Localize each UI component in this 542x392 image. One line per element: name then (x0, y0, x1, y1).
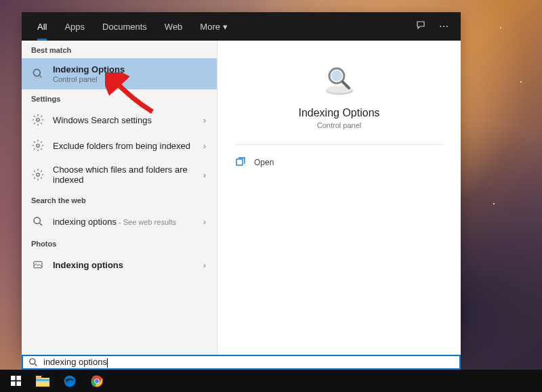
more-options-icon[interactable]: ⋯ (439, 21, 449, 32)
section-search-web: Search the web (22, 191, 217, 209)
result-title: indexing options - See web results (53, 217, 195, 227)
tab-documents[interactable]: Documents (93, 12, 156, 41)
tab-apps[interactable]: Apps (56, 12, 93, 41)
gear-icon (31, 139, 45, 152)
indexing-options-icon (320, 61, 358, 99)
tab-more[interactable]: More ▾ (191, 12, 236, 41)
svg-rect-11 (236, 159, 243, 165)
result-exclude-folders[interactable]: Exclude folders from being indexed › (22, 133, 217, 158)
chevron-right-icon: › (203, 217, 207, 227)
search-box[interactable]: indexing options (22, 355, 461, 370)
svg-rect-18 (36, 376, 41, 379)
results-list: Best match Indexing Options Control pane… (22, 41, 217, 355)
svg-point-2 (37, 118, 40, 122)
tab-all[interactable]: All (28, 12, 56, 41)
search-icon (28, 357, 38, 367)
feedback-icon[interactable] (416, 20, 427, 33)
search-input[interactable]: indexing options (43, 357, 454, 368)
gear-icon (31, 168, 45, 181)
section-settings: Settings (22, 89, 217, 107)
svg-point-10 (331, 70, 342, 81)
result-windows-search-settings[interactable]: Windows Search settings › (22, 107, 217, 133)
svg-rect-14 (16, 376, 21, 380)
svg-point-4 (37, 173, 40, 177)
result-indexing-options[interactable]: Indexing Options Control panel (22, 58, 217, 89)
result-title: Indexing Options (53, 64, 207, 74)
result-choose-files-folders[interactable]: Choose which files and folders are index… (22, 158, 217, 191)
action-label: Open (254, 158, 274, 167)
photo-icon (31, 258, 45, 271)
svg-rect-19 (36, 379, 49, 381)
svg-point-1 (33, 77, 42, 79)
chevron-right-icon: › (203, 115, 207, 125)
detail-title: Indexing Options (298, 107, 379, 119)
section-photos: Photos (22, 234, 217, 252)
detail-pane: Indexing Options Control panel Open (217, 41, 461, 355)
action-open[interactable]: Open (232, 152, 446, 173)
svg-point-23 (95, 379, 99, 383)
search-icon (31, 215, 45, 228)
taskbar-edge[interactable] (57, 370, 83, 392)
gear-icon (31, 113, 45, 127)
section-best-match: Best match (22, 41, 217, 58)
taskbar-chrome[interactable] (84, 370, 110, 392)
svg-point-5 (34, 217, 40, 223)
detail-subtitle: Control panel (317, 121, 361, 129)
taskbar (0, 370, 542, 392)
svg-point-20 (64, 375, 76, 387)
result-title: Exclude folders from being indexed (53, 141, 195, 151)
result-web-search[interactable]: indexing options - See web results › (22, 209, 217, 234)
chevron-right-icon: › (203, 260, 207, 270)
open-icon (235, 157, 246, 168)
result-title: Choose which files and folders are index… (53, 165, 195, 185)
start-button[interactable] (3, 370, 28, 392)
svg-point-12 (30, 359, 35, 364)
chevron-right-icon: › (203, 141, 207, 151)
result-title: Windows Search settings (53, 115, 195, 125)
tab-web[interactable]: Web (156, 12, 192, 41)
result-title: Indexing options (53, 260, 195, 270)
chevron-right-icon: › (203, 170, 207, 180)
magnifier-icon (31, 67, 45, 81)
result-photos[interactable]: Indexing options › (22, 252, 217, 278)
svg-point-0 (33, 69, 40, 76)
svg-rect-16 (16, 381, 21, 386)
search-tabs: All Apps Documents Web More ▾ ⋯ (22, 12, 461, 41)
taskbar-file-explorer[interactable] (30, 370, 56, 392)
search-panel: All Apps Documents Web More ▾ ⋯ Best mat… (22, 12, 461, 355)
svg-point-3 (37, 144, 40, 148)
result-subtitle: Control panel (53, 75, 207, 83)
svg-rect-15 (11, 381, 16, 386)
svg-rect-13 (11, 376, 16, 380)
